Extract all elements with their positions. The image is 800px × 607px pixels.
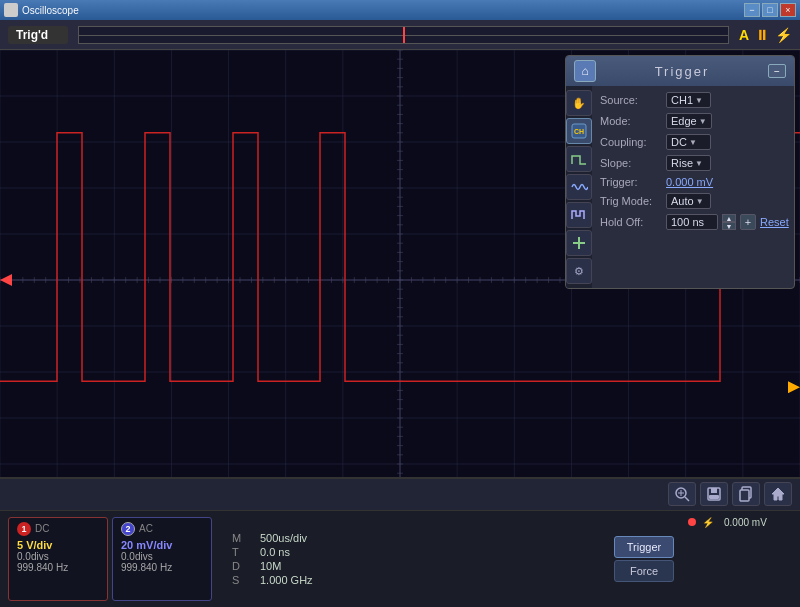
coupling-row: Coupling: DC ▼: [600, 134, 789, 150]
trig-icon-wave[interactable]: [566, 174, 592, 200]
mode-row: Mode: Edge ▼: [600, 113, 789, 129]
trigger-info-column: ⚡ 0.000 mV: [680, 511, 800, 607]
source-arrow: ▼: [695, 96, 703, 105]
hold-off-down[interactable]: ▼: [722, 222, 736, 230]
trigger-panel-content: Source: CH1 ▼ Mode: Edge ▼ Couplin: [592, 86, 795, 288]
toolbar-row: [0, 479, 800, 511]
source-dropdown[interactable]: CH1 ▼: [666, 92, 711, 108]
hold-off-input[interactable]: [666, 214, 718, 230]
toolbar-btn-save[interactable]: [700, 482, 728, 506]
trigger-minimize-button[interactable]: −: [768, 64, 786, 78]
ch2-mode: AC: [139, 523, 153, 534]
ch1-mode: DC: [35, 523, 49, 534]
mode-label: Mode:: [600, 115, 660, 127]
ch2-box: 2 AC 20 mV/div 0.0divs 999.840 Hz: [112, 517, 212, 601]
svg-rect-10: [711, 488, 717, 493]
maximize-button[interactable]: □: [762, 3, 778, 17]
close-button[interactable]: ×: [780, 3, 796, 17]
trigger-panel-body: ✋ CH: [566, 86, 794, 288]
svg-marker-14: [772, 488, 784, 500]
meas-row-1: T 0.0 ns: [232, 546, 596, 558]
hold-off-plus[interactable]: +: [740, 214, 756, 230]
slope-dropdown[interactable]: Rise ▼: [666, 155, 711, 171]
trig-mode-dropdown[interactable]: Auto ▼: [666, 193, 711, 209]
title-bar-left: Oscilloscope: [4, 3, 79, 17]
mode-value: Edge: [671, 115, 697, 127]
channel-info-area: 1 DC 5 V/div 0.0divs 999.840 Hz 2 AC 20 …: [0, 511, 220, 607]
trig-status-label: Trig'd: [8, 26, 68, 44]
pause-icon[interactable]: ⏸: [755, 27, 769, 43]
action-buttons: Trigger Force: [608, 511, 680, 607]
status-row: 1 DC 5 V/div 0.0divs 999.840 Hz 2 AC 20 …: [0, 511, 800, 607]
ch1-freq: 999.840 Hz: [17, 562, 99, 573]
hold-off-up[interactable]: ▲: [722, 214, 736, 222]
hold-off-stepper: ▲ ▼: [722, 214, 736, 230]
top-bar-icons: A ⏸ ⚡: [739, 27, 792, 43]
toolbar-btn-copy[interactable]: [732, 482, 760, 506]
trig-icon-ch[interactable]: CH: [566, 118, 592, 144]
mode-dropdown[interactable]: Edge ▼: [666, 113, 712, 129]
ch2-divs: 0.0divs: [121, 551, 203, 562]
app-icon: [4, 3, 18, 17]
meas-val-2: 10M: [260, 560, 281, 572]
trig-icon-slope[interactable]: [566, 146, 592, 172]
ch1-box: 1 DC 5 V/div 0.0divs 999.840 Hz: [8, 517, 108, 601]
slope-label: Slope:: [600, 157, 660, 169]
trigger-action-button[interactable]: Trigger: [614, 536, 674, 558]
toolbar-btn-home[interactable]: [764, 482, 792, 506]
slope-value: Rise: [671, 157, 693, 169]
coupling-label: Coupling:: [600, 136, 660, 148]
hold-off-row: Hold Off: ▲ ▼ + Reset: [600, 214, 789, 230]
trig-info-row: ⚡ 0.000 mV: [688, 517, 792, 528]
hold-off-controls: ▲ ▼ + Reset: [666, 214, 789, 230]
slope-row: Slope: Rise ▼: [600, 155, 789, 171]
trigger-icons-column: ✋ CH: [566, 86, 592, 288]
trigger-panel: ⌂ Trigger − ✋ CH: [565, 55, 795, 289]
trig-icon-hand[interactable]: ✋: [566, 90, 592, 116]
meas-key-1: T: [232, 546, 252, 558]
trigger-panel-header: ⌂ Trigger −: [566, 56, 794, 86]
trig-mode-arrow: ▼: [696, 197, 704, 206]
trigger-home-button[interactable]: ⌂: [574, 60, 596, 82]
meas-val-0: 500us/div: [260, 532, 307, 544]
source-row: Source: CH1 ▼: [600, 92, 789, 108]
bottom-panel: 1 DC 5 V/div 0.0divs 999.840 Hz 2 AC 20 …: [0, 477, 800, 607]
meas-row-0: M 500us/div: [232, 532, 596, 544]
trig-position-marker: [403, 27, 405, 43]
hold-off-label: Hold Off:: [600, 216, 660, 228]
trig-info-edge-icon: ⚡: [702, 517, 718, 528]
window-title: Oscilloscope: [22, 5, 79, 16]
trigger-value-link[interactable]: 0.000 mV: [666, 176, 713, 188]
trig-dot-indicator: [688, 518, 696, 526]
source-label: Source:: [600, 94, 660, 106]
trig-mode-row: Trig Mode: Auto ▼: [600, 193, 789, 209]
force-action-button[interactable]: Force: [614, 560, 674, 582]
trig-icon-settings[interactable]: ⚙: [566, 258, 592, 284]
svg-line-6: [685, 497, 689, 501]
toolbar-btn-zoom[interactable]: [668, 482, 696, 506]
trig-icon-plus[interactable]: [566, 230, 592, 256]
meas-key-2: D: [232, 560, 252, 572]
icon-a[interactable]: A: [739, 27, 749, 43]
trigger-panel-title: Trigger: [655, 64, 710, 79]
ch2-scale: 20 mV/div: [121, 539, 203, 551]
trigger-value-label: Trigger:: [600, 176, 660, 188]
coupling-dropdown[interactable]: DC ▼: [666, 134, 711, 150]
ch1-divs: 0.0divs: [17, 551, 99, 562]
ch2-id: 2: [125, 524, 130, 534]
reset-link[interactable]: Reset: [760, 216, 789, 228]
meas-key-3: S: [232, 574, 252, 586]
trig-mode-value: Auto: [671, 195, 694, 207]
trig-progress-bar: [78, 26, 729, 44]
coupling-value: DC: [671, 136, 687, 148]
trig-info-val: 0.000 mV: [724, 517, 767, 528]
trigger-value-row: Trigger: 0.000 mV: [600, 176, 789, 188]
bolt-icon[interactable]: ⚡: [775, 27, 792, 43]
svg-text:CH: CH: [574, 128, 584, 135]
trig-icon-runt[interactable]: [566, 202, 592, 228]
minimize-button[interactable]: −: [744, 3, 760, 17]
top-trigger-bar: Trig'd A ⏸ ⚡: [0, 20, 800, 50]
svg-rect-11: [709, 495, 719, 499]
trig-mode-label: Trig Mode:: [600, 195, 660, 207]
window-controls: − □ ×: [744, 3, 796, 17]
